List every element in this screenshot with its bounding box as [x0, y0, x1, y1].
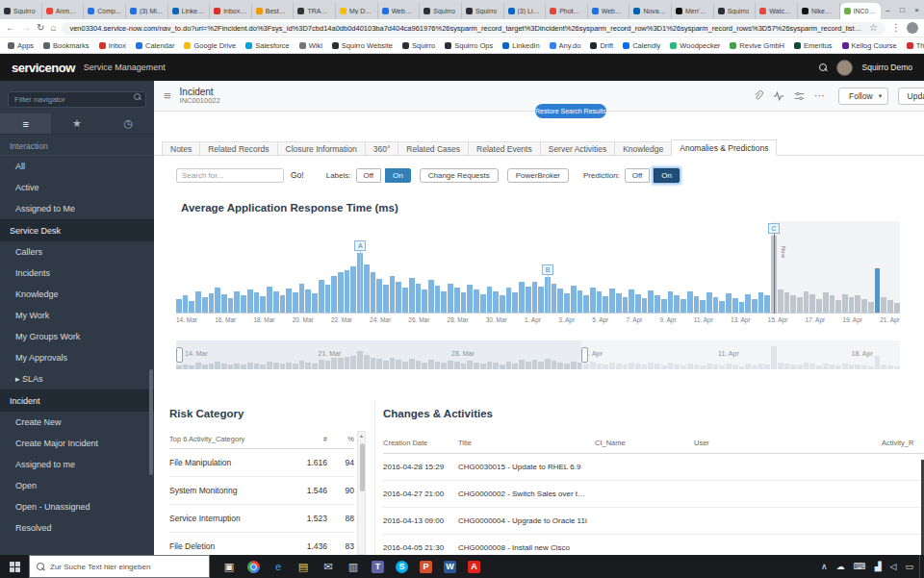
attachment-icon[interactable]	[753, 90, 763, 101]
bookmark-item-kellog-course[interactable]: Kellog Course	[842, 41, 897, 50]
reload-icon[interactable]: ↻	[37, 23, 44, 33]
browser-tab[interactable]: (3) Lin...	[504, 3, 547, 19]
changes-row[interactable]: 2016-04-28 15:29CHG0030015 - Update to R…	[383, 454, 924, 481]
risk-scrollbar[interactable]: ▲	[357, 431, 366, 555]
changes-row[interactable]: 2016-04-05 21:30CHG0000008 - Install new…	[383, 535, 924, 555]
mail-icon[interactable]: ✉	[321, 560, 335, 573]
edge-icon[interactable]: e	[271, 560, 285, 573]
chart-marker-b[interactable]: B	[542, 264, 553, 275]
sidebar-item-active[interactable]: Active	[0, 177, 154, 198]
bookmark-item-calendly[interactable]: Calendly	[623, 41, 660, 50]
favorites-icon[interactable]: ★	[51, 113, 102, 134]
bookmark-item-google-drive[interactable]: Google Drive	[184, 41, 236, 50]
sidebar-item-assigned-to-me[interactable]: Assigned to me	[0, 454, 154, 475]
browser-tab[interactable]: INC001...	[840, 3, 882, 19]
bookmark-item-calendar[interactable]: Calendar	[136, 41, 174, 50]
browser-tab[interactable]: LinkedI...	[168, 3, 211, 19]
maximize-button[interactable]: □	[895, 6, 910, 14]
changes-title[interactable]: CHG0030015 - Update to RHEL 6.9	[458, 463, 595, 471]
changes-title[interactable]: CHG0000004 - Upgrade to Oracle 11i	[458, 516, 595, 525]
tab-knowledge[interactable]: Knowledge	[614, 141, 671, 156]
bookmark-item-any-do[interactable]: Any.do	[550, 41, 581, 50]
sidebar-item-create-major-incident[interactable]: Create Major Incident	[0, 433, 154, 454]
browser-tab[interactable]: Novart...	[629, 3, 672, 19]
brush-handle-right[interactable]	[581, 347, 588, 363]
onedrive-icon[interactable]: ☁	[836, 562, 845, 571]
start-button[interactable]	[0, 555, 29, 578]
back-icon[interactable]: ←	[6, 23, 15, 33]
prediction-on-button[interactable]: On	[654, 168, 680, 183]
sidebar-item-my-approvals[interactable]: My Approvals	[0, 347, 154, 368]
sidebar-item-my-work[interactable]: My Work	[0, 305, 154, 326]
bookmark-item-squirro-website[interactable]: Squirro Website	[332, 41, 393, 50]
browser-tab[interactable]: Inbox -...	[210, 3, 252, 19]
sidebar-scrollbar[interactable]	[149, 369, 153, 475]
sidebar-item-knowledge[interactable]: Knowledge	[0, 284, 154, 305]
browser-tab[interactable]: (3) Mi...	[126, 3, 168, 19]
changes-row[interactable]: 2016-04-13 09:00CHG0000004 - Upgrade to …	[383, 508, 924, 535]
tab-related-events[interactable]: Related Events	[468, 141, 540, 156]
action-center-icon[interactable]: ▭	[905, 562, 913, 571]
browser-tab[interactable]: Squirro	[0, 3, 42, 19]
show-desktop-button[interactable]	[919, 555, 924, 578]
browser-tab[interactable]: TRACK...	[294, 3, 336, 19]
all-applications-icon[interactable]: ≡	[0, 113, 51, 134]
sidebar-item-incidents[interactable]: Incidents	[0, 263, 154, 284]
minimize-button[interactable]: –	[881, 6, 895, 14]
browser-tab[interactable]: Watch...	[756, 3, 798, 19]
risk-scroll-up-icon[interactable]: ▲	[358, 432, 365, 439]
risk-scroll-thumb[interactable]	[360, 443, 365, 491]
record-menu-icon[interactable]: ≡	[164, 88, 171, 103]
risk-row[interactable]: System Monitoring1.54690	[169, 477, 354, 505]
store-icon[interactable]: ▥	[346, 560, 360, 573]
tab-related-cases[interactable]: Related Cases	[398, 141, 468, 156]
go-button[interactable]: Go!	[291, 170, 304, 180]
change-requests-button[interactable]: Change Requests	[420, 168, 499, 183]
bookmark-item-salesforce[interactable]: Salesforce	[245, 41, 289, 50]
browser-menu-icon[interactable]: ⋮	[891, 23, 901, 33]
browser-tab[interactable]: Comp...	[84, 3, 126, 19]
file-explorer-icon[interactable]: ▤	[296, 560, 310, 573]
browser-tab[interactable]: Squirro	[420, 3, 462, 19]
restore-search-button[interactable]: Restore Search Results	[535, 104, 606, 118]
sidebar-item-open[interactable]: Open	[0, 475, 154, 496]
bookmark-star-icon[interactable]: ☆	[869, 23, 878, 33]
global-search-icon[interactable]	[819, 63, 827, 71]
bookmark-item-woodpecker[interactable]: Woodpecker	[670, 41, 720, 50]
sidebar-item-assigned-to-me[interactable]: Assigned to Me	[0, 198, 154, 219]
home-icon[interactable]: ⌂	[50, 23, 56, 33]
bookmark-item-apps[interactable]: Apps	[8, 41, 34, 50]
task-view-icon[interactable]: ▣	[222, 560, 236, 573]
user-avatar[interactable]	[836, 60, 853, 76]
powerpoint-icon[interactable]: P	[420, 561, 432, 573]
tray-expand-icon[interactable]: ∧	[821, 562, 828, 571]
browser-tab[interactable]: My Driv...	[336, 3, 378, 19]
changes-title[interactable]: CHG0000002 - Switch Sales over to the n.…	[458, 490, 595, 498]
follow-dropdown-button[interactable]: ▾	[874, 88, 888, 105]
acrobat-icon[interactable]: A	[468, 561, 480, 573]
chart-marker-a[interactable]: A	[354, 240, 366, 251]
taskbar-search[interactable]	[29, 555, 210, 578]
bookmark-item-inbox[interactable]: Inbox	[99, 41, 126, 50]
changes-title[interactable]: CHG0000008 - Install new Cisco	[458, 543, 595, 552]
risk-row[interactable]: File Deletion1.43683	[169, 533, 354, 555]
user-name[interactable]: Squirro Demo	[862, 63, 912, 72]
browser-tab[interactable]: Photos...	[546, 3, 588, 19]
labels-on-button[interactable]: On	[385, 168, 411, 183]
tab-notes[interactable]: Notes	[162, 141, 199, 156]
labels-off-button[interactable]: Off	[356, 168, 382, 183]
sidebar-item-slas[interactable]: ▸ SLAs	[0, 368, 154, 390]
sidebar-item-my-groups-work[interactable]: My Groups Work	[0, 326, 154, 347]
browser-tab[interactable]: Websit...	[588, 3, 630, 19]
bookmark-item-squirro-ops[interactable]: Squirro Ops	[445, 41, 493, 50]
bookmark-item-linkedin[interactable]: LinkedIn	[502, 41, 539, 50]
tab-related-records[interactable]: Related Records	[199, 141, 276, 156]
volume-icon[interactable]: ◁	[890, 562, 897, 571]
changes-row[interactable]: 2016-04-27 21:00CHG0000002 - Switch Sale…	[383, 481, 924, 508]
activity-stream-icon[interactable]	[773, 91, 784, 101]
bookmark-item-revive-gmbh[interactable]: Revive GmbH	[730, 41, 784, 50]
tab-anomalies-predictions[interactable]: Anomalies & Predictions	[671, 139, 777, 156]
risk-row[interactable]: Service Interruption1.52388	[169, 505, 354, 533]
personalize-icon[interactable]	[794, 91, 805, 101]
network-icon[interactable]: ▟	[875, 562, 882, 571]
